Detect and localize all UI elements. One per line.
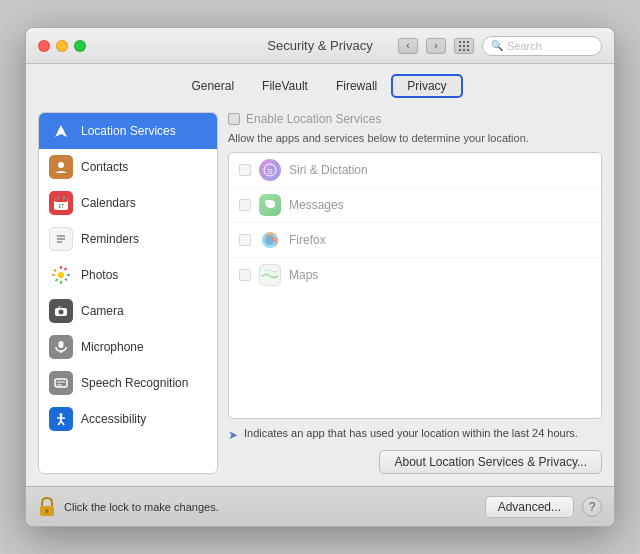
app-row-maps: Maps (229, 258, 601, 292)
lock-icon (38, 496, 56, 518)
svg-rect-12 (54, 198, 68, 202)
lock-area: Click the lock to make changes. (38, 496, 219, 518)
svg-line-40 (61, 421, 64, 425)
about-location-button[interactable]: About Location Services & Privacy... (379, 450, 602, 474)
main-content: Enable Location Services Allow the apps … (228, 112, 602, 474)
titlebar-right: ‹ › 🔍 Search (398, 36, 602, 56)
search-icon: 🔍 (491, 40, 503, 51)
siri-checkbox[interactable] (239, 164, 251, 176)
svg-rect-27 (64, 278, 68, 282)
svg-point-29 (59, 310, 64, 315)
sidebar-item-calendars[interactable]: 17 Calendars (39, 185, 217, 221)
forward-button[interactable]: › (426, 38, 446, 54)
bottom-right: Advanced... ? (485, 496, 602, 518)
traffic-lights (38, 40, 86, 52)
sidebar-item-microphone[interactable]: Microphone (39, 329, 217, 365)
close-button[interactable] (38, 40, 50, 52)
tabs-bar: General FileVault Firewall Privacy (26, 64, 614, 104)
back-button[interactable]: ‹ (398, 38, 418, 54)
enable-checkbox[interactable] (228, 113, 240, 125)
firefox-checkbox[interactable] (239, 234, 251, 246)
enable-row: Enable Location Services (228, 112, 602, 126)
sidebar-item-camera[interactable]: Camera (39, 293, 217, 329)
allow-text: Allow the apps and services below to det… (228, 132, 602, 144)
svg-rect-22 (52, 274, 55, 276)
sidebar-item-label: Photos (81, 268, 118, 282)
search-box[interactable]: 🔍 Search (482, 36, 602, 56)
location-arrow-icon: ➤ (228, 428, 238, 442)
svg-text:S: S (267, 167, 272, 176)
app-name-firefox: Firefox (289, 233, 326, 247)
search-placeholder: Search (507, 40, 542, 52)
sidebar-item-photos[interactable]: Photos (39, 257, 217, 293)
main-window: Security & Privacy ‹ › 🔍 Sea (25, 27, 615, 527)
bottom-bar: Click the lock to make changes. Advanced… (26, 486, 614, 526)
sidebar-item-label: Speech Recognition (81, 376, 188, 390)
sidebar-item-label: Reminders (81, 232, 139, 246)
sidebar-item-label: Location Services (81, 124, 176, 138)
svg-rect-3 (459, 45, 461, 47)
maximize-button[interactable] (74, 40, 86, 52)
sidebar-item-label: Accessibility (81, 412, 146, 426)
app-name-maps: Maps (289, 268, 318, 282)
calendars-icon: 17 (49, 191, 73, 215)
app-row-siri: S Siri & Dictation (229, 153, 601, 188)
titlebar: Security & Privacy ‹ › 🔍 Sea (26, 28, 614, 64)
svg-rect-4 (463, 45, 465, 47)
maps-checkbox[interactable] (239, 269, 251, 281)
sidebar-item-accessibility[interactable]: Accessibility (39, 401, 217, 437)
sidebar-item-reminders[interactable]: Reminders (39, 221, 217, 257)
messages-checkbox[interactable] (239, 199, 251, 211)
location-icon (49, 119, 73, 143)
tab-privacy[interactable]: Privacy (391, 74, 462, 98)
svg-marker-9 (55, 125, 67, 137)
app-row-messages: Messages (229, 188, 601, 223)
svg-point-36 (60, 413, 63, 416)
sidebar-item-label: Microphone (81, 340, 144, 354)
svg-point-10 (58, 162, 64, 168)
camera-icon (49, 299, 73, 323)
svg-rect-0 (459, 41, 461, 43)
apps-list: S Siri & Dictation Messages (228, 152, 602, 419)
location-note-text: Indicates an app that has used your loca… (244, 427, 578, 439)
microphone-icon (49, 335, 73, 359)
tab-general[interactable]: General (177, 74, 248, 98)
sidebar-item-location[interactable]: Location Services (39, 113, 217, 149)
svg-rect-33 (55, 379, 67, 387)
tab-firewall[interactable]: Firewall (322, 74, 391, 98)
svg-rect-7 (463, 49, 465, 51)
grid-button[interactable] (454, 38, 474, 54)
svg-rect-6 (459, 49, 461, 51)
sidebar: Location Services Contacts (38, 112, 218, 474)
svg-rect-8 (467, 49, 469, 51)
sidebar-item-label: Camera (81, 304, 124, 318)
svg-text:17: 17 (58, 203, 64, 209)
svg-rect-21 (60, 281, 62, 284)
sidebar-item-contacts[interactable]: Contacts (39, 149, 217, 185)
svg-rect-5 (467, 45, 469, 47)
accessibility-icon (49, 407, 73, 431)
svg-rect-20 (60, 266, 62, 269)
messages-icon (259, 194, 281, 216)
firefox-icon (259, 229, 281, 251)
sidebar-item-label: Contacts (81, 160, 128, 174)
sidebar-item-speech[interactable]: Speech Recognition (39, 365, 217, 401)
svg-rect-14 (63, 196, 65, 200)
svg-rect-2 (467, 41, 469, 43)
app-row-firefox: Firefox (229, 223, 601, 258)
svg-rect-13 (57, 196, 59, 200)
svg-rect-23 (67, 274, 70, 276)
advanced-button[interactable]: Advanced... (485, 496, 574, 518)
svg-point-19 (58, 272, 64, 278)
svg-rect-26 (53, 269, 57, 273)
maps-icon (259, 264, 281, 286)
app-name-messages: Messages (289, 198, 344, 212)
tab-filevault[interactable]: FileVault (248, 74, 322, 98)
app-name-siri: Siri & Dictation (289, 163, 368, 177)
svg-rect-47 (46, 509, 49, 513)
location-note: ➤ Indicates an app that has used your lo… (228, 427, 602, 442)
minimize-button[interactable] (56, 40, 68, 52)
reminders-icon (49, 227, 73, 251)
help-button[interactable]: ? (582, 497, 602, 517)
svg-rect-31 (59, 341, 64, 348)
